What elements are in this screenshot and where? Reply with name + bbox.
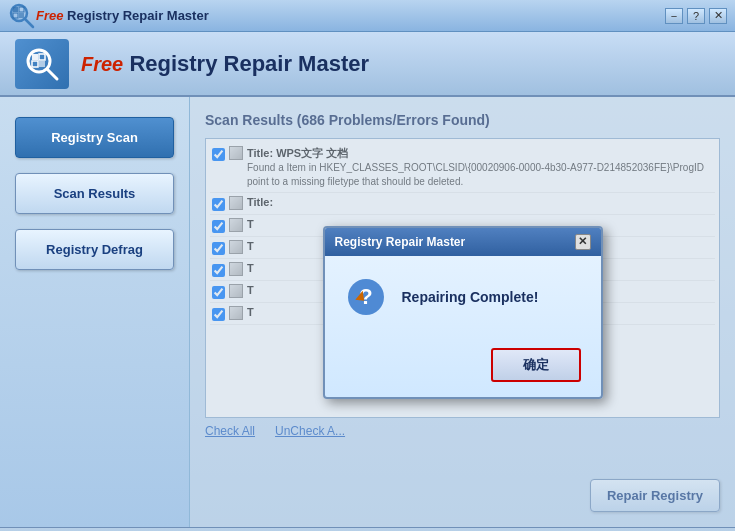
- window-controls: − ? ✕: [665, 8, 727, 24]
- header-logo-icon: [23, 45, 61, 83]
- svg-line-7: [47, 69, 57, 79]
- modal-body: ? Repairing Complete!: [325, 256, 601, 338]
- header: Free Registry Repair Master: [0, 32, 735, 97]
- sidebar-item-scan-results[interactable]: Scan Results: [15, 173, 174, 214]
- svg-rect-9: [39, 54, 45, 60]
- svg-rect-5: [19, 13, 24, 18]
- svg-rect-11: [39, 61, 45, 67]
- content-area: Scan Results (686 Problems/Errors Found)…: [190, 97, 735, 527]
- logo-icon: [8, 2, 36, 30]
- svg-rect-2: [13, 7, 18, 12]
- modal-ok-button[interactable]: 确定: [491, 348, 581, 382]
- modal-footer: 确定: [325, 338, 601, 397]
- bottom-bar: Restore Settings Scan: [0, 527, 735, 531]
- help-button[interactable]: ?: [687, 8, 705, 24]
- title-bar: Free Registry Repair Master − ? ✕: [0, 0, 735, 32]
- modal-title-text: Registry Repair Master: [335, 235, 466, 249]
- close-button[interactable]: ✕: [709, 8, 727, 24]
- modal-question-icon: ?: [345, 276, 387, 318]
- header-logo-box: [15, 39, 69, 89]
- svg-line-1: [25, 19, 33, 27]
- modal-message-text: Repairing Complete!: [402, 289, 539, 305]
- header-title: Free Registry Repair Master: [81, 51, 369, 77]
- sidebar-item-registry-defrag[interactable]: Registry Defrag: [15, 229, 174, 270]
- sidebar: Registry Scan Scan Results Registry Defr…: [0, 97, 190, 527]
- svg-rect-10: [32, 61, 38, 67]
- app-logo: [8, 2, 36, 30]
- main-container: Registry Scan Scan Results Registry Defr…: [0, 97, 735, 527]
- modal-title-bar: Registry Repair Master ✕: [325, 228, 601, 256]
- sidebar-item-registry-scan[interactable]: Registry Scan: [15, 117, 174, 158]
- app-title: Free Registry Repair Master: [36, 8, 665, 23]
- modal-close-button[interactable]: ✕: [575, 234, 591, 250]
- modal-dialog: Registry Repair Master ✕ ? Repairing Com…: [323, 226, 603, 399]
- minimize-button[interactable]: −: [665, 8, 683, 24]
- modal-overlay: Registry Repair Master ✕ ? Repairing Com…: [190, 97, 735, 527]
- svg-rect-8: [32, 54, 38, 60]
